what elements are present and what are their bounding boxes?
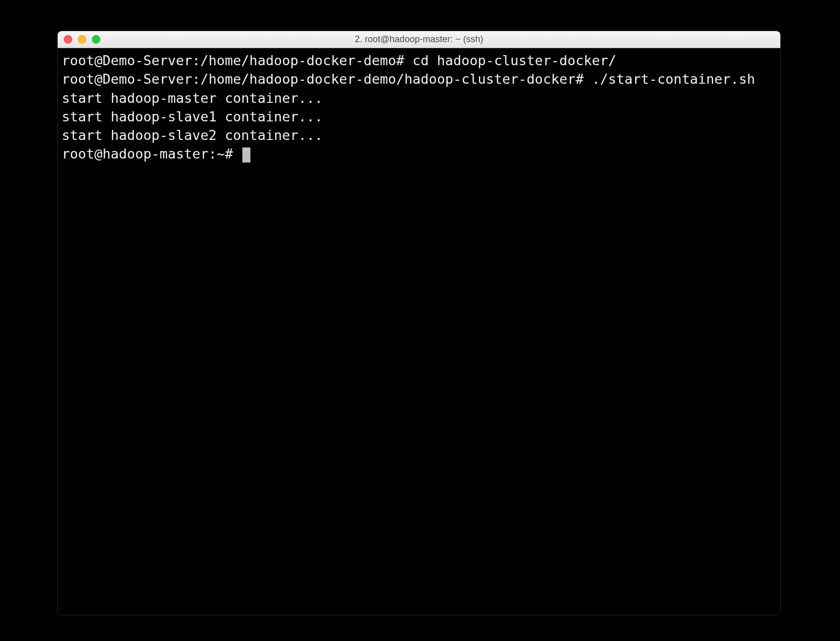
terminal-line: start hadoop-slave2 container...: [62, 126, 776, 144]
window-title: 2. root@hadoop-master: ~ (ssh): [58, 34, 780, 45]
terminal-line: root@Demo-Server:/home/hadoop-docker-dem…: [62, 70, 776, 88]
terminal-line: start hadoop-slave1 container...: [62, 107, 776, 126]
terminal-line: start hadoop-master container...: [62, 89, 776, 107]
traffic-lights: [64, 35, 100, 44]
terminal-line: root@Demo-Server:/home/hadoop-docker-dem…: [62, 51, 776, 70]
terminal-window: 2. root@hadoop-master: ~ (ssh) root@Demo…: [58, 31, 780, 615]
terminal-body[interactable]: root@Demo-Server:/home/hadoop-docker-dem…: [58, 48, 780, 615]
cursor-icon: [242, 147, 250, 163]
close-icon[interactable]: [64, 35, 72, 44]
minimize-icon[interactable]: [78, 35, 86, 44]
maximize-icon[interactable]: [92, 35, 100, 44]
title-bar: 2. root@hadoop-master: ~ (ssh): [58, 31, 780, 48]
terminal-prompt: root@hadoop-master:~#: [62, 146, 241, 162]
